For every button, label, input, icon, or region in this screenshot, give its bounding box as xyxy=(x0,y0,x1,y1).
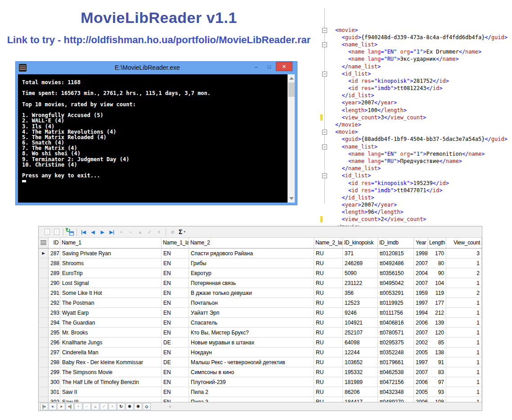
scrollbar-thumb[interactable] xyxy=(288,82,295,97)
table-row[interactable]: 289EuroTripENЕвротурRU5090tt035615020049… xyxy=(39,268,482,278)
sum-button[interactable]: Σ▾ xyxy=(177,227,187,237)
nav-insert-button[interactable]: + xyxy=(74,403,82,410)
cell-id_kinopoisk[interactable]: 231122 xyxy=(343,278,378,288)
collapse-minus-icon[interactable] xyxy=(322,173,327,178)
cell-name_1[interactable]: Lost Signal xyxy=(60,278,162,288)
cell-id_imdb[interactable]: tt0356150 xyxy=(378,268,414,278)
column-header-name_2[interactable]: Name_2 xyxy=(189,238,314,248)
cell-name_1_lang[interactable]: EN xyxy=(162,278,189,288)
cell-length[interactable]: 83 xyxy=(428,367,446,377)
table-row[interactable]: 302Saw IIIENПила 3RU184417tt048927020061… xyxy=(39,397,482,402)
collapse-minus-icon[interactable] xyxy=(322,130,327,135)
cell-name_1[interactable]: Knallharte Jungs xyxy=(60,338,162,347)
table-row[interactable]: 298Baby Rex - Der kleine KommissarDEМалы… xyxy=(39,357,482,367)
collapse-minus-icon[interactable] xyxy=(322,145,327,149)
load-from-file-button[interactable]: ↓ xyxy=(42,227,52,237)
cell-view_count[interactable]: 2 xyxy=(446,268,482,278)
table-row[interactable]: 295Mr. BrooksENКто Вы, Мистер Брукс?RU25… xyxy=(39,328,482,338)
cell-id_kinopoisk[interactable]: 104921 xyxy=(343,318,378,327)
cell-name_1[interactable]: Baby Rex - Der kleine Kommissar xyxy=(60,357,162,367)
console-titlebar[interactable]: E:\MovieLibReader.exe –□✕ xyxy=(16,62,297,74)
cell-id_kinopoisk[interactable]: 195332 xyxy=(343,367,378,377)
cell-length[interactable]: 91 xyxy=(428,357,446,367)
post-edit-button[interactable]: ✓ xyxy=(145,227,154,237)
cell-name_2_lang[interactable]: RU xyxy=(314,298,343,307)
cell-name_2_lang[interactable]: RU xyxy=(314,258,343,268)
table-row[interactable]: ▶287Saving Private RyanENСпасти рядового… xyxy=(39,248,482,258)
cell-id[interactable]: 299 xyxy=(49,367,60,377)
cell-view_count[interactable]: 1 xyxy=(446,367,482,377)
cell-year[interactable]: 2006 xyxy=(414,377,428,387)
cell-name_1_lang[interactable]: EN xyxy=(162,318,189,327)
cell-id_imdb[interactable]: tt0489270 xyxy=(378,397,414,402)
column-header-name_2_lang[interactable]: Name_2_lang xyxy=(314,238,343,248)
cell-view_count[interactable]: 1 xyxy=(446,318,482,327)
cell-view_count[interactable]: 1 xyxy=(446,258,482,268)
cell-view_count[interactable]: 1 xyxy=(446,278,482,288)
table-row[interactable]: 301Saw IIENПила 2RU86206tt04323482005931 xyxy=(39,387,482,397)
cell-year[interactable]: 2007 xyxy=(414,367,428,377)
cell-id_kinopoisk[interactable]: 184417 xyxy=(343,397,378,402)
cell-length[interactable]: 120 xyxy=(428,328,446,337)
cell-year[interactable]: 1998 xyxy=(414,248,428,258)
cell-id[interactable]: 298 xyxy=(49,357,60,367)
column-header-id_kinopoisk[interactable]: ID_kinopoisk xyxy=(343,238,378,248)
cell-name_1_lang[interactable]: EN xyxy=(162,248,189,258)
scroll-up-icon[interactable] xyxy=(289,77,294,80)
cell-name_2[interactable]: Уайатт Эрп xyxy=(189,308,314,317)
cell-name_1[interactable]: The Simpsons Movie xyxy=(60,367,162,377)
cell-name_2_lang[interactable]: RU xyxy=(314,357,343,367)
cell-id_kinopoisk[interactable]: 246269 xyxy=(343,258,378,268)
cell-name_1[interactable]: The Guardian xyxy=(60,318,162,327)
cell-length[interactable]: 139 xyxy=(428,318,446,327)
cell-name_2[interactable]: Почтальон xyxy=(189,298,314,307)
column-header-id_imdb[interactable]: ID_imdb xyxy=(378,238,414,248)
cell-length[interactable]: 119 xyxy=(428,288,446,298)
cell-year[interactable]: 1994 xyxy=(414,308,428,317)
cell-name_2[interactable]: Плутоний-239 xyxy=(189,377,314,387)
cell-name_1[interactable]: Mr. Brooks xyxy=(60,328,162,337)
cell-name_2_lang[interactable]: RU xyxy=(314,278,343,288)
cell-id[interactable]: 296 xyxy=(49,338,60,347)
cell-name_2[interactable]: В джазе только девушки xyxy=(189,288,314,298)
table-row[interactable]: 290Lost SignalENПотерянная связьRU231122… xyxy=(39,278,482,288)
console-scrollbar[interactable] xyxy=(287,74,295,203)
nav-next-button[interactable]: » xyxy=(57,403,65,410)
cell-length[interactable]: 108 xyxy=(428,397,446,402)
nav-post-button[interactable]: ✓ xyxy=(100,403,108,410)
cell-name_1[interactable]: Cinderella Man xyxy=(60,348,162,357)
cell-id_imdb[interactable]: tt0432348 xyxy=(378,387,414,397)
cell-id_imdb[interactable]: tt0492486 xyxy=(378,258,414,268)
column-header-length[interactable]: Length xyxy=(428,238,446,248)
cancel-edit-button[interactable]: × xyxy=(154,227,164,237)
cell-name_1_lang[interactable]: EN xyxy=(162,308,189,317)
cell-id[interactable]: 302 xyxy=(49,397,60,402)
collapse-minus-icon[interactable] xyxy=(322,42,327,47)
cell-id_imdb[interactable]: tt0406816 xyxy=(378,318,414,327)
table-row[interactable]: 299The Simpsons MovieENСимпсоны в киноRU… xyxy=(39,367,482,377)
cell-view_count[interactable]: 1 xyxy=(446,338,482,347)
cell-name_2[interactable]: Спасатель xyxy=(189,318,314,327)
hscroll-left-icon[interactable]: ‹ xyxy=(169,403,171,410)
cell-name_2_lang[interactable]: RU xyxy=(314,338,343,347)
cell-name_1_lang[interactable]: EN xyxy=(162,298,189,307)
table-row[interactable]: 300The Half Life of Timofey BerezinENПлу… xyxy=(39,377,482,387)
cell-id_kinopoisk[interactable]: 252107 xyxy=(343,328,378,337)
cell-name_2[interactable]: Новые муравьи в штанах xyxy=(189,338,314,347)
cell-name_1_lang[interactable]: EN xyxy=(162,288,189,298)
table-row[interactable]: 294The GuardianENСпасательRU104921tt0406… xyxy=(39,318,482,328)
cell-view_count[interactable]: 1 xyxy=(446,357,482,367)
cell-length[interactable]: 170 xyxy=(428,248,446,258)
nav-edit-button[interactable]: ▲ xyxy=(91,403,99,410)
nav-bookmark-button[interactable]: ✱ xyxy=(126,403,134,410)
collapse-minus-icon[interactable] xyxy=(322,28,327,33)
cell-name_2[interactable]: Малыш Рекс - четвероногий детектив xyxy=(189,357,314,367)
table-row[interactable]: 293Wyatt EarpENУайатт ЭрпRU9246tt0111756… xyxy=(39,308,482,318)
cell-name_1_lang[interactable]: EN xyxy=(162,367,189,377)
cell-view_count[interactable]: 1 xyxy=(446,308,482,317)
cell-id[interactable]: 297 xyxy=(49,348,60,357)
cell-name_1[interactable]: The Half Life of Timofey Berezin xyxy=(60,377,162,387)
table-row[interactable]: 297Cinderella ManENНокдаунRU12244tt03522… xyxy=(39,348,482,357)
cell-name_2_lang[interactable]: RU xyxy=(314,367,343,377)
cell-year[interactable]: 2002 xyxy=(414,338,428,347)
